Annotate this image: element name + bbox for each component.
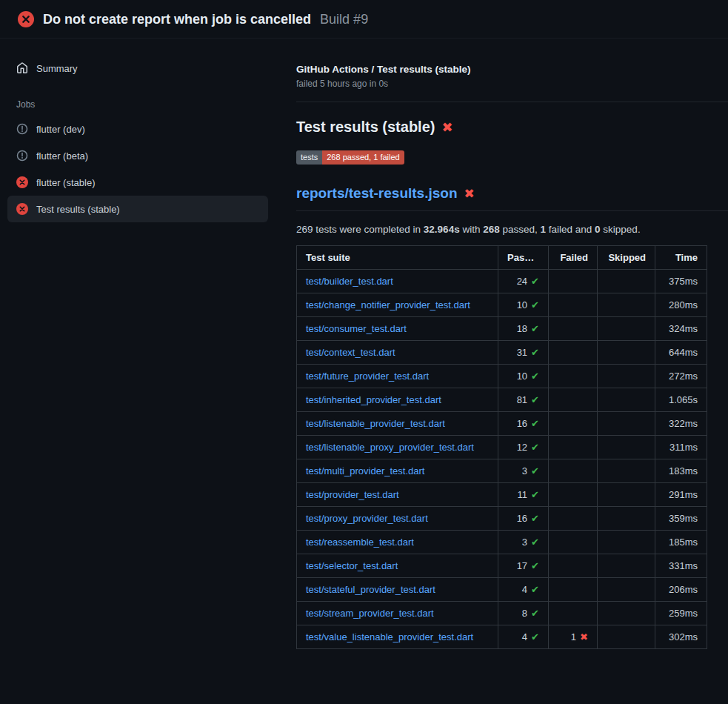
passed-cell: 4✔: [498, 578, 549, 602]
check-icon: ✔: [531, 465, 539, 476]
job-label: flutter (stable): [36, 177, 95, 188]
table-row: test/multi_provider_test.dart3✔183ms: [297, 459, 707, 483]
summary-mid1: with: [460, 224, 484, 235]
passed-cell: 3✔: [498, 531, 549, 554]
failed-cell: [549, 531, 598, 554]
test-suite-link[interactable]: test/change_notifier_provider_test.dart: [306, 299, 470, 311]
time-cell: 359ms: [655, 507, 707, 531]
test-suite-link[interactable]: test/multi_provider_test.dart: [306, 465, 424, 476]
page-title: Do not create report when job is cancell…: [43, 12, 311, 27]
table-row: test/reassemble_test.dart3✔185ms: [297, 531, 707, 554]
col-header-test-suite: Test suite: [297, 246, 498, 270]
sidebar-item-summary[interactable]: Summary: [7, 55, 268, 82]
breadcrumb: GitHub Actions / Test results (stable): [296, 64, 728, 75]
sidebar-item-test-results-stable[interactable]: Test results (stable): [7, 196, 268, 222]
passed-cell: 4✔: [498, 625, 549, 649]
table-header-row: Test suite Passed Failed Skipped Time: [297, 246, 707, 270]
failed-cell: [549, 365, 598, 388]
failed-cell: [549, 293, 598, 317]
summary-failed: 1: [541, 224, 547, 235]
failed-cell: [549, 436, 598, 459]
table-row: test/proxy_provider_test.dart16✔359ms: [297, 507, 707, 531]
check-icon: ✔: [531, 560, 539, 571]
test-suite-link[interactable]: test/future_provider_test.dart: [306, 371, 429, 382]
test-suite-link[interactable]: test/provider_test.dart: [306, 489, 399, 500]
check-icon: ✔: [531, 442, 539, 453]
table-row: test/provider_test.dart11✔291ms: [297, 483, 707, 507]
suite-cell: test/change_notifier_provider_test.dart: [297, 293, 498, 317]
suite-cell: test/stream_provider_test.dart: [297, 602, 498, 625]
failed-cell-value: 1: [571, 631, 576, 642]
time-cell: 185ms: [655, 531, 707, 554]
job-label: flutter (dev): [36, 124, 85, 135]
test-table-body: test/builder_test.dart24✔375mstest/chang…: [297, 270, 707, 649]
suite-cell: test/selector_test.dart: [297, 554, 498, 578]
passed-cell: 24✔: [498, 270, 549, 293]
badge-label: tests: [296, 150, 322, 165]
skipped-cell: [598, 554, 655, 578]
col-header-skipped: Skipped: [598, 246, 655, 270]
divider: [296, 102, 728, 102]
test-suite-link[interactable]: test/builder_test.dart: [306, 276, 393, 287]
x-icon: ✖: [580, 631, 588, 642]
sidebar-item-flutter-dev[interactable]: flutter (dev): [7, 116, 268, 142]
time-cell: 272ms: [655, 365, 707, 388]
passed-cell: 12✔: [498, 436, 549, 459]
time-cell: 280ms: [655, 293, 707, 317]
table-row: test/future_provider_test.dart10✔272ms: [297, 365, 707, 388]
sidebar-item-flutter-stable[interactable]: flutter (stable): [7, 169, 268, 196]
check-icon: ✔: [531, 323, 539, 334]
suite-cell: test/provider_test.dart: [297, 483, 498, 507]
suite-cell: test/multi_provider_test.dart: [297, 459, 498, 483]
failed-cell: [549, 459, 598, 483]
check-icon: ✔: [531, 513, 539, 524]
test-suite-link[interactable]: test/selector_test.dart: [306, 560, 398, 571]
passed-cell-value: 3: [522, 537, 527, 548]
test-suite-link[interactable]: test/inherited_provider_test.dart: [306, 394, 441, 405]
suite-cell: test/inherited_provider_test.dart: [297, 388, 498, 412]
skipped-cell: [598, 531, 655, 554]
skipped-cell: [598, 459, 655, 483]
sidebar-item-flutter-beta[interactable]: flutter (beta): [7, 142, 268, 169]
check-icon: ✔: [531, 608, 539, 619]
test-suite-link[interactable]: test/reassemble_test.dart: [306, 537, 414, 548]
table-row: test/change_notifier_provider_test.dart1…: [297, 293, 707, 317]
passed-cell: 16✔: [498, 507, 549, 531]
time-cell: 183ms: [655, 459, 707, 483]
suite-cell: test/listenable_provider_test.dart: [297, 412, 498, 436]
test-suite-link[interactable]: test/listenable_provider_test.dart: [306, 418, 445, 429]
passed-cell: 17✔: [498, 554, 549, 578]
table-row: test/builder_test.dart24✔375ms: [297, 270, 707, 293]
report-file-link[interactable]: reports/test-results.json: [296, 185, 458, 202]
time-cell: 644ms: [655, 341, 707, 365]
passed-cell: 3✔: [498, 459, 549, 483]
home-icon: [16, 62, 28, 74]
test-suite-link[interactable]: test/listenable_proxy_provider_test.dart: [306, 442, 474, 453]
time-cell: 331ms: [655, 554, 707, 578]
test-suite-link[interactable]: test/stateful_provider_test.dart: [306, 584, 435, 595]
test-suite-link[interactable]: test/stream_provider_test.dart: [306, 608, 434, 619]
sidebar: Summary Jobs flutter (dev): [0, 39, 281, 237]
suite-cell: test/consumer_test.dart: [297, 317, 498, 341]
time-cell: 206ms: [655, 578, 707, 602]
failed-cell: [549, 270, 598, 293]
passed-cell-value: 4: [522, 584, 527, 595]
failed-status-icon: [16, 176, 28, 188]
summary-passed: 268: [483, 224, 500, 235]
failed-x-icon: ✖: [464, 187, 475, 200]
test-suite-link[interactable]: test/consumer_test.dart: [306, 323, 407, 334]
summary-prefix: 269 tests were completed in: [296, 224, 424, 235]
failed-cell: [549, 578, 598, 602]
time-cell: 324ms: [655, 317, 707, 341]
table-row: test/selector_test.dart17✔331ms: [297, 554, 707, 578]
passed-cell-value: 12: [517, 442, 527, 453]
test-suite-link[interactable]: test/proxy_provider_test.dart: [306, 513, 428, 524]
passed-cell-value: 18: [517, 323, 527, 334]
skipped-cell: [598, 436, 655, 459]
test-suite-link[interactable]: test/context_test.dart: [306, 347, 395, 358]
passed-cell-value: 10: [517, 371, 527, 382]
test-suite-link[interactable]: test/value_listenable_provider_test.dart: [306, 631, 473, 642]
summary-duration: 32.964s: [424, 224, 460, 235]
skipped-cell: [598, 625, 655, 649]
page-header: Do not create report when job is cancell…: [0, 0, 728, 39]
